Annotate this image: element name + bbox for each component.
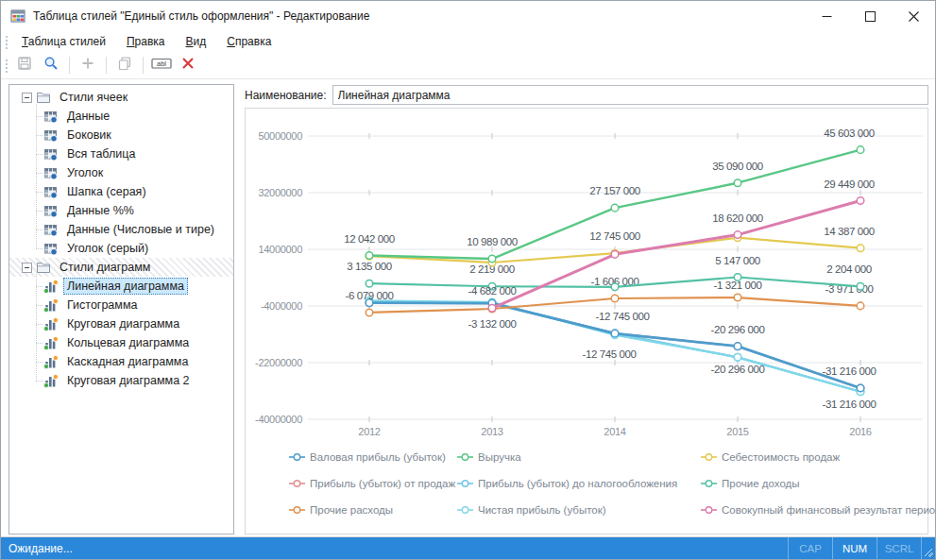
save-icon <box>17 56 32 75</box>
tree-item[interactable]: Каскадная диаграмма <box>9 352 233 371</box>
svg-text:35 090 000: 35 090 000 <box>712 161 763 172</box>
tree-item-label: Данные %% <box>63 202 138 219</box>
tree-item-label: Гистограмма <box>63 297 141 314</box>
add-icon <box>80 56 95 75</box>
tree-group-1[interactable]: Стили диаграмм <box>9 258 233 277</box>
chart-style-icon <box>43 336 59 350</box>
name-input[interactable] <box>332 85 928 105</box>
rename-button[interactable]: abl <box>149 54 174 76</box>
svg-text:3 135 000: 3 135 000 <box>347 261 392 272</box>
tree-item[interactable]: Боковик <box>9 126 233 144</box>
tree-item[interactable]: Шапка (серая) <box>9 182 233 201</box>
legend-item[interactable]: Прибыль (убыток) до налогообложения <box>457 475 701 492</box>
menu-item-0[interactable]: Таблица стилей <box>11 33 116 50</box>
cell-style-icon <box>43 185 59 199</box>
tree-item-label: Данные <box>63 108 113 125</box>
svg-text:10 989 000: 10 989 000 <box>467 236 518 247</box>
tree-item-label: Боковик <box>63 127 115 144</box>
tree-item[interactable]: Данные (Числовые и тире) <box>9 220 233 239</box>
tree-item-label: Кольцевая диаграмма <box>63 334 193 351</box>
svg-text:-4000000: -4000000 <box>261 300 302 312</box>
minimize-button[interactable] <box>805 1 848 31</box>
collapse-icon[interactable] <box>22 263 32 273</box>
copy-button[interactable] <box>112 54 137 76</box>
chart-panel: 500000003200000014000000-4000000-2200000… <box>245 108 928 535</box>
save-button[interactable] <box>12 54 37 76</box>
app-icon <box>10 8 26 24</box>
legend-marker-icon <box>289 505 305 515</box>
cell-style-icon <box>43 147 59 161</box>
tree-item[interactable]: Линейная диаграмма <box>9 277 233 296</box>
svg-text:2016: 2016 <box>849 426 871 437</box>
window-title: Таблица стилей "Единый стиль оформления"… <box>33 9 369 23</box>
cell-style-icon <box>43 166 59 180</box>
tree-item[interactable]: Круговая диаграмма 2 <box>9 371 233 390</box>
tree-item[interactable]: Уголок (серый) <box>9 239 233 258</box>
tree-item[interactable]: Данные <box>9 107 233 126</box>
tree-item[interactable]: Гистограмма <box>9 296 233 314</box>
chart-legend: Валовая прибыль (убыток)ВыручкаСебестоим… <box>289 449 920 518</box>
folder-icon <box>36 261 51 275</box>
svg-text:2012: 2012 <box>358 426 380 437</box>
app-window: Таблица стилей "Единый стиль оформления"… <box>0 0 936 560</box>
legend-item[interactable]: Прочие доходы <box>701 475 936 492</box>
svg-text:-20 296 000: -20 296 000 <box>711 324 765 335</box>
tree-item-label: Вся таблица <box>63 145 139 162</box>
maximize-button[interactable] <box>848 1 892 31</box>
legend-item[interactable]: Совокупный финансовый результат периода <box>701 501 936 518</box>
svg-text:14 387 000: 14 387 000 <box>824 226 875 237</box>
cell-style-icon <box>43 223 59 237</box>
svg-text:-31 216 000: -31 216 000 <box>823 365 876 377</box>
delete-button[interactable] <box>176 54 200 76</box>
status-flag-num: NUM <box>832 537 876 559</box>
legend-label: Прочие расходы <box>310 504 393 516</box>
tree-item-label: Уголок (серый) <box>63 240 152 257</box>
cell-style-icon <box>43 128 59 143</box>
legend-item[interactable]: Прибыль (убыток) от продаж <box>289 475 457 492</box>
menu-item-2[interactable]: Вид <box>176 33 217 50</box>
svg-text:-12 745 000: -12 745 000 <box>583 348 637 360</box>
legend-item[interactable]: Выручка <box>457 449 701 466</box>
svg-text:29 449 000: 29 449 000 <box>824 178 875 190</box>
chart-style-icon <box>43 355 59 369</box>
toolbar-separator <box>106 57 107 74</box>
menu-item-1[interactable]: Правка <box>116 33 176 50</box>
name-field-label: Наименование: <box>245 89 327 102</box>
menubar-grip[interactable] <box>4 34 9 49</box>
folder-icon <box>36 91 51 105</box>
legend-marker-icon <box>701 479 717 488</box>
legend-item[interactable]: Прочие расходы <box>289 501 457 518</box>
tree-group-0[interactable]: Стили ячеек <box>9 88 233 107</box>
toolbar-grip[interactable] <box>4 58 9 73</box>
svg-text:2013: 2013 <box>481 426 502 437</box>
add-button[interactable] <box>76 54 100 76</box>
legend-label: Выручка <box>478 451 521 463</box>
tree-item[interactable]: Уголок <box>9 163 233 182</box>
tree-item[interactable]: Данные %% <box>9 201 233 220</box>
legend-label: Валовая прибыль (убыток) <box>310 451 446 463</box>
close-button[interactable] <box>892 1 935 31</box>
collapse-icon[interactable] <box>22 93 32 103</box>
chart-style-icon <box>43 298 59 313</box>
resize-grip[interactable] <box>922 537 935 559</box>
status-flag-scrl: SCRL <box>876 537 922 559</box>
tree-group-label: Стили ячеек <box>56 89 131 106</box>
tree-item[interactable]: Вся таблица <box>9 144 233 163</box>
find-button[interactable] <box>39 54 63 76</box>
menu-item-3[interactable]: Справка <box>216 33 281 50</box>
legend-item[interactable]: Себестоимость продаж <box>701 449 936 466</box>
styles-tree: Стили ячеекДанныеБоковикВся таблицаУголо… <box>9 84 234 535</box>
tree-item[interactable]: Кольцевая диаграмма <box>9 333 233 352</box>
caption-buttons <box>805 1 935 31</box>
copy-icon <box>117 56 132 75</box>
legend-marker-icon <box>289 479 305 488</box>
legend-marker-icon <box>701 505 717 515</box>
legend-item[interactable]: Валовая прибыль (убыток) <box>289 449 457 466</box>
tree-item[interactable]: Круговая диаграмма <box>9 314 233 333</box>
menu-bar: Таблица стилейПравкаВидСправка <box>1 31 935 52</box>
legend-item[interactable]: Чистая прибыль (убыток) <box>457 501 701 518</box>
legend-label: Себестоимость продаж <box>722 451 840 463</box>
rename-icon: abl <box>151 56 172 75</box>
svg-text:abl: abl <box>157 59 166 67</box>
svg-text:14000000: 14000000 <box>258 244 302 255</box>
